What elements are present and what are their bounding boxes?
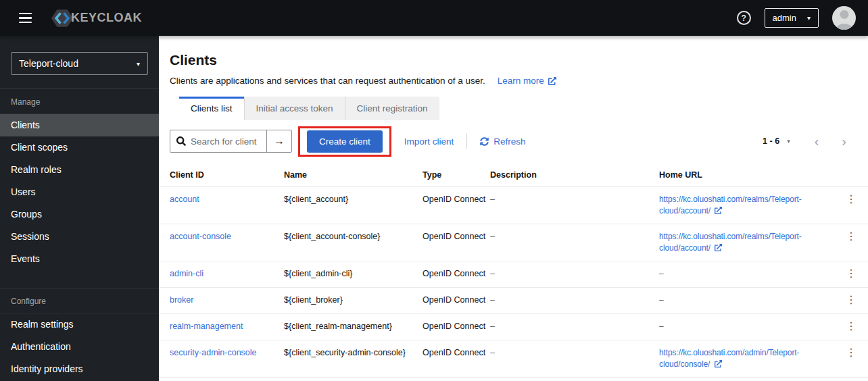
column-header-client-id: Client ID — [159, 163, 284, 187]
sidebar-item-sessions[interactable]: Sessions — [0, 226, 159, 248]
table-row: security-admin-console${client_security-… — [159, 340, 868, 378]
external-link-icon — [548, 77, 556, 85]
refresh-link[interactable]: Refresh — [480, 136, 525, 147]
description-value: – — [490, 269, 495, 278]
actions-cell: ⋮ — [842, 261, 868, 288]
nav-section-label: Manage — [0, 89, 159, 114]
pagination-top: 1 - 6 ▾ ‹ › — [758, 134, 849, 148]
description-value: – — [490, 195, 495, 204]
actions-cell: ⋮ — [842, 224, 868, 261]
kebab-menu-icon[interactable]: ⋮ — [842, 194, 861, 205]
name-cell: ${client_account} — [284, 187, 423, 224]
client-id-link[interactable]: security-admin-console — [170, 348, 257, 357]
table-row: account-console${client_account-console}… — [159, 224, 868, 261]
table-header-row: Client IDNameTypeDescriptionHome URL — [159, 163, 868, 187]
nav-section-configure: ConfigureRealm settingsAuthenticationIde… — [0, 288, 159, 380]
chevron-right-icon[interactable]: › — [839, 134, 849, 148]
actions-cell: ⋮ — [842, 340, 868, 378]
client-id-link[interactable]: account — [170, 195, 199, 204]
brand-name: KEYCLOAK — [71, 11, 142, 25]
learn-more-link[interactable]: Learn more — [498, 76, 556, 86]
kebab-menu-icon[interactable]: ⋮ — [842, 347, 861, 358]
user-menu-dropdown[interactable]: admin ▾ — [765, 8, 819, 28]
kebab-menu-icon[interactable]: ⋮ — [842, 295, 861, 305]
sidebar-item-groups[interactable]: Groups — [0, 203, 159, 226]
help-icon[interactable]: ? — [737, 11, 751, 25]
description-cell: – — [490, 314, 659, 340]
home-url-link[interactable]: https://kc.oluoshati.com/realms/Teleport… — [659, 232, 802, 253]
name-cell: ${client_broker} — [284, 288, 423, 314]
client-id-cell: security-admin-console — [159, 340, 284, 378]
sidebar-item-events[interactable]: Events — [0, 248, 159, 270]
home-url-cell: – — [659, 288, 842, 314]
nav-section-manage: ManageClientsClient scopesRealm rolesUse… — [0, 88, 159, 270]
home-url-value: – — [659, 295, 664, 305]
home-url-cell: https://kc.oluoshati.com/realms/Teleport… — [659, 224, 842, 261]
home-url-cell: https://kc.oluoshati.com/admin/Teleport-… — [659, 340, 842, 378]
description-cell: – — [490, 340, 659, 378]
kebab-menu-icon[interactable]: ⋮ — [842, 321, 861, 332]
column-header-home-url: Home URL — [659, 163, 842, 187]
home-url-cell: https://kc.oluoshati.com/realms/Teleport… — [659, 187, 842, 224]
nav-section-label: Configure — [0, 288, 159, 313]
realm-selector-dropdown[interactable]: Teleport-cloud ▾ — [11, 52, 148, 75]
tab-client-registration[interactable]: Client registration — [345, 97, 439, 120]
home-url-link[interactable]: https://kc.oluoshati.com/admin/Teleport-… — [659, 348, 799, 369]
chevron-left-icon[interactable]: ‹ — [812, 134, 822, 148]
chevron-down-icon: ▾ — [787, 138, 790, 145]
main-content: Clients Clients are applications and ser… — [159, 36, 868, 381]
avatar[interactable] — [832, 6, 856, 30]
topbar-actions: ? admin ▾ — [737, 6, 856, 30]
sidebar: Teleport-cloud ▾ ManageClientsClient sco… — [0, 36, 159, 381]
sidebar-item-realm-roles[interactable]: Realm roles — [0, 159, 159, 181]
client-id-link[interactable]: admin-cli — [170, 269, 203, 278]
pagination-range-dropdown[interactable]: 1 - 6 ▾ — [758, 136, 794, 147]
kebab-menu-icon[interactable]: ⋮ — [842, 268, 861, 279]
actions-cell: ⋮ — [842, 288, 868, 314]
clients-table-body: account${client_account}OpenID Connect–h… — [159, 187, 868, 378]
tab-initial-access-token[interactable]: Initial access token — [244, 97, 345, 120]
search-group: → — [170, 130, 292, 153]
table-row: broker${client_broker}OpenID Connect––⋮ — [159, 288, 868, 314]
create-client-button[interactable]: Create client — [307, 130, 383, 153]
tab-bar: Clients listInitial access tokenClient r… — [179, 97, 868, 120]
client-id-link[interactable]: account-console — [170, 232, 231, 241]
sidebar-item-clients[interactable]: Clients — [0, 114, 159, 136]
type-cell: OpenID Connect — [423, 187, 490, 224]
toolbar-divider — [466, 134, 467, 149]
user-menu-label: admin — [773, 13, 796, 23]
sidebar-item-users[interactable]: Users — [0, 181, 159, 203]
search-submit-arrow-icon[interactable]: → — [266, 130, 291, 152]
sidebar-item-realm-settings[interactable]: Realm settings — [0, 313, 159, 336]
description-value: – — [490, 348, 495, 357]
type-cell: OpenID Connect — [423, 314, 490, 340]
tab-clients-list[interactable]: Clients list — [179, 97, 244, 120]
sidebar-item-identity-providers[interactable]: Identity providers — [0, 358, 159, 380]
actions-cell: ⋮ — [842, 187, 868, 224]
client-id-cell: account — [159, 187, 284, 224]
client-id-link[interactable]: broker — [170, 295, 193, 305]
nav-toggle-hamburger-icon[interactable] — [15, 9, 36, 28]
home-url-value: – — [659, 322, 664, 331]
description-cell: – — [490, 261, 659, 288]
page-title: Clients — [170, 52, 849, 68]
kebab-menu-icon[interactable]: ⋮ — [842, 231, 861, 242]
column-header-type: Type — [423, 163, 490, 187]
table-row: admin-cli${client_admin-cli}OpenID Conne… — [159, 261, 868, 288]
home-url-link[interactable]: https://kc.oluoshati.com/realms/Teleport… — [659, 195, 802, 215]
description-cell: – — [490, 288, 659, 314]
sidebar-item-authentication[interactable]: Authentication — [0, 336, 159, 358]
chevron-down-icon: ▾ — [807, 14, 811, 22]
name-cell: ${client_realm-management} — [284, 314, 423, 340]
actions-cell: ⋮ — [842, 314, 868, 340]
sidebar-item-client-scopes[interactable]: Client scopes — [0, 136, 159, 159]
client-id-cell: account-console — [159, 224, 284, 261]
client-id-cell: broker — [159, 288, 284, 314]
column-header-actions — [842, 163, 868, 187]
import-client-link[interactable]: Import client — [404, 136, 454, 147]
table-row: realm-management${client_realm-managemen… — [159, 314, 868, 340]
table-row: account${client_account}OpenID Connect–h… — [159, 187, 868, 224]
column-header-description: Description — [490, 163, 659, 187]
client-id-link[interactable]: realm-management — [170, 322, 243, 331]
search-input[interactable] — [170, 130, 266, 152]
